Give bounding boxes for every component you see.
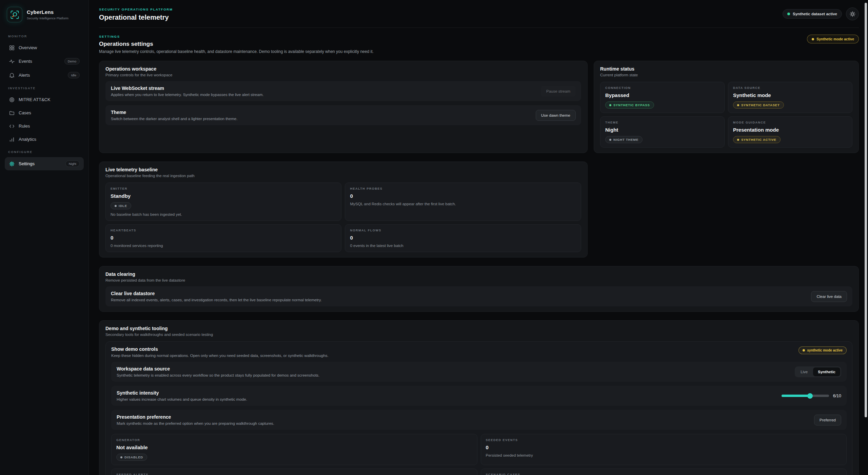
sidebar-item-settings[interactable]: Settings Night — [5, 157, 84, 170]
brand-name: CyberLens — [27, 9, 68, 15]
nav-section-investigate: INVESTIGATE — [5, 82, 84, 93]
synthetic-mode-active-badge: Synthetic mode active — [807, 35, 859, 43]
amber-dot — [803, 349, 805, 352]
brand-tagline: Security Intelligence Platform — [27, 16, 68, 20]
tile-emitter: EMITTER Standby IDLE No baseline batch h… — [105, 183, 341, 221]
nav-section-configure: CONFIGURE — [5, 146, 84, 156]
sidebar-item-cases[interactable]: Cases — [5, 107, 84, 119]
preferred-button[interactable]: Preferred — [814, 415, 841, 425]
tile-normal-flows: NORMAL FLOWS 0 0 events in the latest li… — [345, 224, 581, 252]
tile-health-probes: HEALTH PROBES 0 MySQL and Redis checks w… — [345, 183, 581, 221]
green-dot — [787, 13, 790, 15]
target-icon — [9, 97, 15, 102]
sidebar-item-label: Cases — [19, 110, 31, 115]
events-demo-badge: Demo — [64, 58, 80, 64]
app-eyebrow: SECURITY OPERATIONS PLATFORM — [99, 7, 173, 11]
status-badge: IDLE — [111, 202, 131, 209]
tile-generator: GENERATOR Not available DISABLED — [111, 434, 477, 465]
sidebar: CyberLens Security Intelligence Platform… — [0, 0, 89, 475]
panel-description: Keep these hidden during normal operatio… — [111, 354, 329, 358]
segment-synthetic[interactable]: Synthetic — [813, 367, 840, 376]
app-window: CyberLens Security Intelligence Platform… — [0, 0, 868, 475]
card-title: Runtime status — [600, 66, 852, 72]
sidebar-item-label: Events — [19, 59, 32, 64]
row-live-websocket-stream: Live WebSocket stream Applies when you r… — [105, 81, 581, 101]
status-badge: DISABLED — [116, 454, 147, 461]
status-badge: SYNTHETIC BYPASS — [605, 101, 654, 109]
intensity-value: 6/10 — [833, 394, 841, 398]
activity-icon — [9, 58, 15, 64]
sidebar-item-label: Analytics — [19, 137, 36, 142]
panel-title: Show demo controls — [111, 346, 329, 352]
tile-heartbeats: HEARTBEATS 0 0 monitored services report… — [105, 224, 341, 252]
sidebar-item-events[interactable]: Events Demo — [5, 55, 84, 68]
synthetic-dataset-badge: Synthetic dataset active — [783, 9, 842, 19]
main-content: SECURITY OPERATIONS PLATFORM Operational… — [89, 0, 868, 475]
sidebar-item-label: Rules — [19, 124, 30, 129]
tile-scenario-cases: SCENARIO CASES 0 — [481, 469, 847, 475]
tile-seeded-alerts: SEEDED ALERTS 0 — [111, 469, 477, 475]
card-subtitle: Secondary tools for walkthroughs and see… — [105, 332, 852, 337]
header-divider — [99, 27, 859, 28]
sidebar-item-overview[interactable]: Overview — [5, 41, 84, 54]
sidebar-item-label: Settings — [19, 161, 35, 166]
vertical-scrollbar[interactable] — [865, 3, 867, 417]
intensity-slider[interactable] — [782, 395, 829, 397]
sun-icon — [850, 11, 855, 17]
status-badge: SYNTHETIC DATASET — [733, 101, 784, 109]
synthetic-mode-active-badge-small: synthetic mode active — [798, 346, 847, 354]
nav-section-monitor: MONITOR — [5, 31, 84, 41]
use-dawn-theme-button[interactable]: Use dawn theme — [536, 110, 576, 121]
bell-icon — [9, 72, 15, 78]
card-demo-synthetic-tooling: Demo and synthetic tooling Secondary too… — [99, 320, 859, 475]
gear-icon — [9, 161, 15, 167]
card-runtime-status: Runtime status Current platform state CO… — [594, 61, 859, 153]
status-badge: NIGHT THEME — [605, 136, 643, 143]
sidebar-item-alerts[interactable]: Alerts Idle — [5, 69, 84, 82]
sidebar-item-rules[interactable]: Rules — [5, 120, 84, 132]
status-badge: SYNTHETIC ACTIVE — [733, 136, 781, 143]
segment-live[interactable]: Live — [796, 367, 812, 376]
pause-stream-button[interactable]: Pause stream — [541, 86, 576, 97]
code-icon — [9, 123, 15, 129]
card-subtitle: Primary controls for the live workspace — [105, 73, 581, 77]
intensity-slider-fill — [782, 395, 810, 397]
brand: CyberLens Security Intelligence Platform — [5, 6, 84, 31]
card-subtitle: Remove persisted data from the live data… — [105, 278, 852, 282]
amber-dot — [812, 38, 814, 40]
card-title: Live telemetry baseline — [105, 167, 581, 172]
tile-seeded-events: SEEDED EVENTS 0 Persisted seeded telemet… — [481, 434, 847, 465]
settings-title: Operations settings — [99, 41, 374, 48]
grid-icon — [9, 45, 15, 51]
card-operations-workspace: Operations workspace Primary controls fo… — [99, 61, 588, 153]
page-title: Operational telemetry — [99, 14, 173, 21]
card-data-clearing: Data clearing Remove persisted data from… — [99, 266, 859, 312]
clear-live-data-button[interactable]: Clear live data — [811, 291, 847, 302]
settings-description: Manage live telemetry controls, operatio… — [99, 49, 374, 54]
sidebar-item-label: Alerts — [19, 73, 30, 78]
cyberlens-logo-icon — [7, 7, 22, 22]
card-title: Data clearing — [105, 271, 852, 277]
settings-night-badge: Night — [65, 160, 80, 167]
topbar: SECURITY OPERATIONS PLATFORM Operational… — [99, 7, 859, 21]
sidebar-item-analytics[interactable]: Analytics — [5, 133, 84, 146]
tile-data-source: DATA SOURCE Synthetic mode SYNTHETIC DAT… — [728, 82, 852, 113]
card-title: Demo and synthetic tooling — [105, 326, 852, 331]
sidebar-item-label: Overview — [19, 45, 37, 50]
row-presentation-preference: Presentation preference Mark synthetic m… — [111, 410, 847, 430]
theme-toggle-button[interactable] — [846, 7, 859, 20]
alerts-idle-badge: Idle — [68, 72, 80, 78]
card-live-telemetry-baseline: Live telemetry baseline Operational base… — [99, 162, 588, 258]
bar-chart-icon — [9, 136, 15, 142]
intensity-slider-thumb[interactable] — [807, 393, 813, 399]
card-title: Operations workspace — [105, 66, 581, 72]
row-theme: Theme Switch between the darker analyst … — [105, 105, 581, 125]
row-clear-live-datastore: Clear live datastore Remove all indexed … — [105, 286, 852, 306]
row-workspace-data-source: Workspace data source Synthetic telemetr… — [111, 362, 847, 382]
sidebar-item-label: MITRE ATT&CK — [19, 97, 51, 102]
sidebar-item-mitre-attack[interactable]: MITRE ATT&CK — [5, 93, 84, 106]
card-subtitle: Operational baseline feeding the real in… — [105, 174, 581, 178]
demo-controls-panel: Show demo controls Keep these hidden dur… — [105, 341, 852, 475]
settings-eyebrow: SETTINGS — [99, 35, 374, 38]
tile-mode-guidance: MODE GUIDANCE Presentation mode SYNTHETI… — [728, 116, 852, 148]
